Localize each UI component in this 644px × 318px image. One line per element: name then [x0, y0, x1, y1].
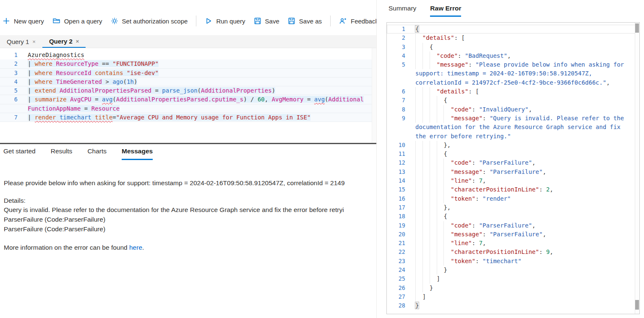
indent-guide	[430, 212, 437, 221]
code-line: 18{	[387, 212, 639, 221]
indent-guide	[422, 284, 430, 292]
line-number: 4	[0, 78, 18, 86]
indent-guide	[437, 150, 444, 158]
code-line: 27]	[387, 292, 639, 301]
indent-guide	[415, 52, 422, 60]
line-number: 4	[387, 52, 405, 60]
indent-guide	[415, 248, 422, 256]
line-number: 24	[387, 266, 405, 274]
invalid-query-line: Query is invalid. Please refer to the do…	[4, 206, 376, 214]
raw-error-json-viewer[interactable]: 1{2"details": [3{4"code": "BadRequest",5…	[386, 22, 640, 314]
line-number: 7	[0, 113, 18, 122]
open-query-button[interactable]: Open a query	[52, 17, 102, 25]
indent-guide	[443, 257, 451, 266]
indent-guide	[437, 158, 444, 167]
indent-guide	[422, 248, 430, 256]
tab-query-1[interactable]: Query 1 ×	[0, 35, 42, 48]
line-number: 7	[387, 96, 405, 105]
indent-guide	[415, 266, 422, 274]
indent-guide	[422, 141, 430, 150]
indent-guide	[415, 105, 422, 114]
indent-guide	[430, 266, 437, 274]
indent-guide	[422, 114, 430, 123]
line-number: 14	[387, 176, 405, 185]
save-button[interactable]: Save	[254, 17, 279, 25]
indent-guide	[422, 43, 430, 52]
scrollbar-thumb[interactable]	[635, 300, 639, 310]
indent-guide	[437, 239, 444, 248]
indent-guide	[430, 52, 437, 60]
indent-guide	[437, 96, 444, 105]
indent-guide	[422, 168, 430, 176]
feedback-icon	[339, 17, 347, 25]
code-line: 11{	[387, 150, 639, 158]
feedback-label: Feedback	[351, 18, 376, 25]
query-editor-scrollbar[interactable]	[372, 48, 376, 143]
error-tab-bar: Summary Raw Error	[388, 5, 461, 17]
tab-get-started[interactable]: Get started	[3, 147, 36, 160]
indent-guide	[430, 185, 437, 194]
tab-query-2[interactable]: Query 2 ×	[42, 35, 86, 48]
indent-guide	[422, 239, 430, 248]
code-line: 6| summarize AvgCPU = avg(AdditionalProp…	[0, 95, 376, 104]
code-line: 7{	[387, 96, 639, 105]
indent-guide	[415, 158, 422, 167]
indent-guide	[430, 239, 437, 248]
code-line: the error before retrying."	[387, 132, 639, 141]
indent-guide	[422, 221, 430, 230]
error-info-link[interactable]: here	[129, 244, 142, 251]
indent-guide	[430, 168, 437, 176]
line-number: 2	[0, 59, 18, 68]
indent-guide	[422, 194, 430, 203]
folder-icon	[52, 17, 60, 25]
code-line: documentation for the Azure Resource Gra…	[387, 123, 639, 132]
indent-guide	[443, 230, 451, 239]
indent-guide	[415, 194, 422, 203]
line-number: 13	[387, 168, 405, 176]
code-line: 24}	[387, 266, 639, 274]
indent-guide	[415, 292, 422, 301]
line-number: 1	[387, 25, 405, 34]
indent-guide	[422, 185, 430, 194]
indent-guide	[422, 203, 430, 212]
code-line: FunctionAppName = Resource	[0, 104, 376, 113]
line-number: 2	[387, 34, 405, 42]
editor-results-splitter[interactable]	[0, 143, 376, 144]
kql-query-editor[interactable]: 1AzureDiagnostics2| where ResourceType =…	[0, 48, 376, 143]
code-line: 7| render timechart title="Average CPU a…	[0, 113, 376, 122]
indent-guide	[437, 141, 444, 150]
tab-query-2-label: Query 2	[49, 38, 73, 45]
indent-guide	[415, 221, 422, 230]
line-number: 8	[387, 105, 405, 114]
run-query-button[interactable]: Run query	[205, 17, 245, 25]
new-query-button[interactable]: New query	[3, 17, 44, 25]
close-icon[interactable]: ×	[76, 38, 79, 44]
error-details-panel: Summary Raw Error 1{2"details": [3{4"cod…	[376, 0, 644, 318]
code-line: 5"message": "Please provide below info w…	[387, 60, 639, 69]
indent-guide	[415, 60, 422, 69]
close-icon[interactable]: ×	[32, 39, 36, 45]
code-line: 6"details": [	[387, 87, 639, 96]
indent-guide	[415, 96, 422, 105]
tab-charts[interactable]: Charts	[87, 147, 107, 160]
code-line: 15"characterPositionInLine": 2,	[387, 185, 639, 194]
feedback-button[interactable]: Feedback	[339, 17, 376, 25]
save-as-button[interactable]: Save as	[288, 17, 322, 25]
indent-guide	[422, 158, 430, 167]
set-authorization-scope-button[interactable]: Set authorization scope	[111, 17, 188, 25]
indent-guide	[422, 87, 430, 96]
play-icon	[205, 17, 212, 25]
toolbar-divider	[196, 16, 196, 26]
indent-guide	[422, 52, 430, 60]
scrollbar-thumb[interactable]	[635, 23, 639, 33]
tab-messages[interactable]: Messages	[122, 147, 153, 160]
json-editor-scrollbar[interactable]	[635, 23, 639, 314]
tab-summary[interactable]: Summary	[388, 5, 416, 17]
line-number: 21	[387, 239, 405, 248]
tab-raw-error[interactable]: Raw Error	[430, 5, 461, 17]
tab-results[interactable]: Results	[51, 147, 73, 160]
line-number: 9	[387, 114, 405, 123]
code-line: 12"code": "ParserFailure",	[387, 158, 639, 167]
indent-guide	[443, 185, 451, 194]
indent-guide	[415, 43, 422, 52]
